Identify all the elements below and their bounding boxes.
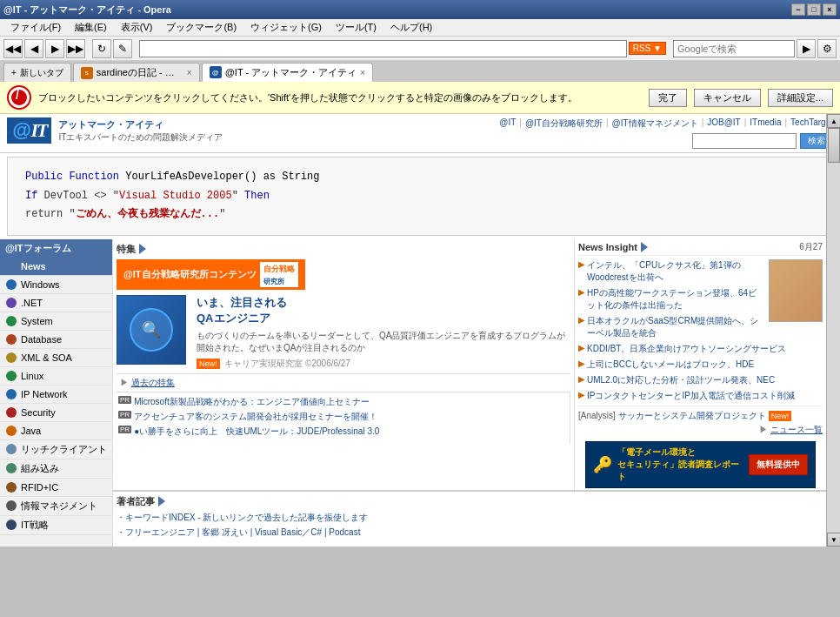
sidebar-item-infomgmt[interactable]: 情報マネジメント xyxy=(0,497,112,516)
search-go-button[interactable]: ▶ xyxy=(797,39,816,58)
news-item-3[interactable]: ▶ 日本オラクルがSaaS型CRM提供開始へ、シーベル製品を統合 xyxy=(578,315,763,339)
qa-image: 🔍 xyxy=(117,295,186,365)
sidebar-item-ipnetwork[interactable]: IP Network xyxy=(0,386,112,404)
sidebar-item-database[interactable]: Database xyxy=(0,331,112,349)
block-slash-icon xyxy=(11,90,27,105)
sidebar-item-richclient[interactable]: リッチクライアント xyxy=(0,440,112,459)
back-article-2[interactable]: ・フリーエンジニア | 客郷 冴えい | Visual Basic／C# | P… xyxy=(117,526,823,539)
top-link-4[interactable]: JOB@IT xyxy=(707,117,741,130)
sardine-tab-close[interactable]: × xyxy=(187,68,192,77)
news-text-6: UML2.0に対応した分析・設計ツール発表、NEC xyxy=(587,374,775,386)
forward-button[interactable]: ▶ xyxy=(45,39,64,58)
back-articles-label: 著者記事 xyxy=(117,495,155,508)
seminar-item-2: PR アクセンチュア客のシステム開発会社が採用セミナーを開催！ xyxy=(118,411,568,423)
sidebar-item-embedded[interactable]: 組み込み xyxy=(0,459,112,479)
analysis-link[interactable]: サッカーとシステム開発プロジェクト xyxy=(618,411,766,420)
news-text-3: 日本オラクルがSaaS型CRM提供開始へ、シーベル製品を統合 xyxy=(587,315,763,339)
top-link-5[interactable]: ITmedia xyxy=(750,117,781,130)
banner-text: @IT自分戦略研究所コンテンツ xyxy=(123,268,257,281)
logo-box: @IT xyxy=(7,117,51,144)
menu-item[interactable]: ヘルプ(H) xyxy=(383,19,439,36)
analysis-new-badge: New! xyxy=(769,411,792,421)
toolbar-search-input[interactable] xyxy=(673,40,795,57)
news-more-link[interactable]: ニュース一覧 xyxy=(770,425,823,434)
block-done-button[interactable]: 完了 xyxy=(649,89,687,107)
qa-article: 🔍 いま、注目されるQAエンジニア ものづくりのチームを率いるリーダーとして、Q… xyxy=(117,295,570,370)
news-item-4[interactable]: ▶ KDDI/BT、日系企業向けアウトソーシングサービス xyxy=(578,343,823,355)
block-detail-button[interactable]: 詳細設定... xyxy=(768,89,833,107)
minimize-button[interactable]: − xyxy=(791,3,805,16)
sidebar-item-xml[interactable]: XML & SOA xyxy=(0,349,112,367)
news-item-2[interactable]: ▶ HPの高性能ワークステーション登場、64ビット化の条件は出揃った xyxy=(578,287,763,312)
edit-button[interactable]: ✎ xyxy=(113,39,132,58)
news-insight-section: News Insight 6月27 ▶ インテル、「CPUレクサス化」第1弾のW… xyxy=(574,239,826,490)
menu-item[interactable]: ファイル(F) xyxy=(3,19,68,36)
xml-icon xyxy=(5,352,17,364)
sidebar-item-linux[interactable]: Linux xyxy=(0,367,112,386)
sidebar-label-embedded: 組み込み xyxy=(21,462,59,475)
featured-header: 特集 xyxy=(117,243,570,256)
hero-line2: If DevTool <> "Visual Studio 2005" Then xyxy=(25,187,815,206)
site-search-input[interactable] xyxy=(692,133,797,149)
address-input[interactable]: http://www.atmarkit.co.jp/ xyxy=(139,40,627,57)
site-top-links: @IT| @IT自分戦略研究所| @IT情報マネジメント| JOB@IT| IT… xyxy=(499,117,833,130)
fast-back-button[interactable]: ◀◀ xyxy=(3,39,23,58)
maximize-button[interactable]: □ xyxy=(807,3,821,16)
menu-item[interactable]: 編集(E) xyxy=(68,19,114,36)
scroll-down-button[interactable]: ▼ xyxy=(827,533,840,547)
prev-features-link[interactable]: 過去の特集 xyxy=(131,378,175,387)
sidebar-item-news[interactable]: News xyxy=(0,258,112,276)
block-cancel-button[interactable]: キャンセル xyxy=(694,89,761,107)
close-button[interactable]: × xyxy=(823,3,837,16)
news-insight-header: News Insight xyxy=(578,242,648,252)
sidebar-item-rfid[interactable]: RFID+IC xyxy=(0,479,112,497)
atit-tab-label: @IT - アットマーク・アイティ xyxy=(225,66,357,79)
security-free-button[interactable]: 無料提供中 xyxy=(749,454,808,475)
site-name: アットマーク・アイティ xyxy=(58,118,223,131)
back-button[interactable]: ◀ xyxy=(24,39,43,58)
sidebar-item-windows[interactable]: Windows xyxy=(0,276,112,294)
news-arrow-6: ▶ xyxy=(578,374,585,384)
top-link-3[interactable]: @IT情報マネジメント xyxy=(612,117,698,130)
news-item-1[interactable]: ▶ インテル、「CPUレクサス化」第1弾のWoodcrestを出荷へ xyxy=(578,259,763,284)
top-link-1[interactable]: @IT xyxy=(499,117,516,130)
fast-forward-button[interactable]: ▶▶ xyxy=(66,39,85,58)
atit-tab-close[interactable]: × xyxy=(360,68,365,77)
rss-button[interactable]: RSS ▼ xyxy=(629,42,666,55)
scroll-thumb[interactable] xyxy=(828,128,840,163)
security-banner: 🔑 「電子メール環境とセキュリティ」読者調査レポート 無料提供中 xyxy=(585,441,816,488)
embedded-icon xyxy=(5,462,17,474)
new-tab-button[interactable]: + 新しいタブ xyxy=(3,63,71,82)
news-item-7[interactable]: ▶ IPコンタクトセンターとIP加入電話で通信コスト削減 xyxy=(578,390,823,402)
news-item-6[interactable]: ▶ UML2.0に対応した分析・設計ツール発表、NEC xyxy=(578,374,823,386)
qa-body: ものづくりのチームを率いるリーダーとして、QA品質評価エンジニアを育成するプログ… xyxy=(197,330,570,354)
sidebar-item-security[interactable]: Security xyxy=(0,404,112,422)
system-icon xyxy=(5,315,17,327)
menu-item[interactable]: ツール(T) xyxy=(329,19,383,36)
menu-item[interactable]: 表示(V) xyxy=(114,19,160,36)
sidebar-item-dotnet[interactable]: .NET xyxy=(0,294,112,312)
prev-features-icon: ▶ xyxy=(120,378,131,387)
tab-atit[interactable]: @ @IT - アットマーク・アイティ × xyxy=(202,63,373,82)
page-wrapper: @IT アットマーク・アイティ ITエキスパートのための問題解決メディア @IT… xyxy=(0,114,840,547)
scroll-up-button[interactable]: ▲ xyxy=(827,114,840,128)
back-article-1[interactable]: ・キーワードINDEX - 新しいリンクで過去した記事を振使します xyxy=(117,512,823,524)
menu-item[interactable]: ブックマーク(B) xyxy=(159,19,243,36)
sidebar-item-itstrategy[interactable]: IT戦略 xyxy=(0,516,112,535)
scrollbar[interactable]: ▲ ▼ xyxy=(826,114,840,547)
sidebar-item-system[interactable]: System xyxy=(0,312,112,331)
tab-sardine[interactable]: s sardineの日記 - 日記を... × xyxy=(73,63,200,82)
back-articles-header: 著者記事 xyxy=(117,495,823,508)
news-item-5[interactable]: ▶ 上司にBCCしないメールはブロック、HDE xyxy=(578,359,823,371)
search-area: 検索 xyxy=(692,133,833,149)
menu-item[interactable]: ウィジェット(G) xyxy=(243,19,329,36)
sidebar-item-java[interactable]: Java xyxy=(0,422,112,440)
reload-button[interactable]: ↻ xyxy=(92,39,111,58)
titlebar-controls: − □ × xyxy=(791,3,837,16)
scroll-track xyxy=(827,128,840,533)
preferences-button[interactable]: ⚙ xyxy=(817,39,837,58)
atit-banner: @IT自分戦略研究所コンテンツ 自分戦略 研究所 xyxy=(117,259,305,290)
rfid-icon xyxy=(5,481,17,493)
top-link-2[interactable]: @IT自分戦略研究所 xyxy=(525,117,603,130)
news-more-area: ▶ ニュース一覧 xyxy=(578,424,823,436)
